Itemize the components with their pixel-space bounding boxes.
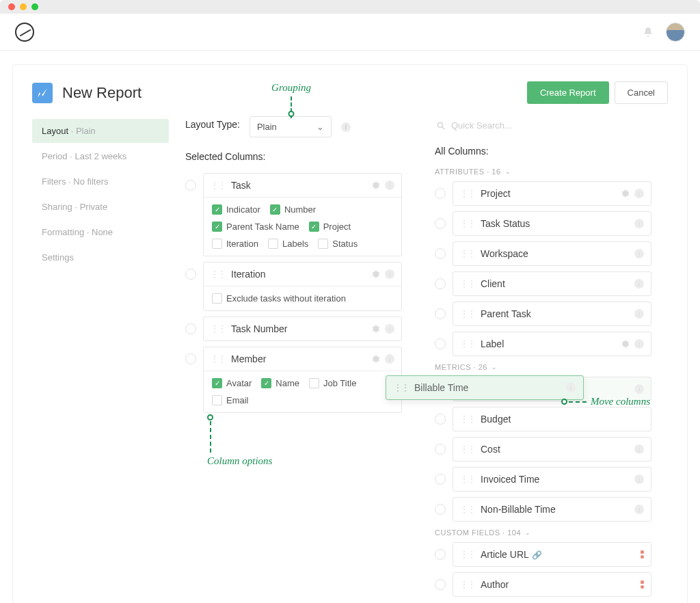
group-radio[interactable]	[435, 504, 446, 515]
selected-column-card[interactable]: ⋮⋮ Member i AvatarNameJob TitleEmail	[203, 347, 402, 413]
gear-icon[interactable]	[371, 269, 381, 279]
cancel-button[interactable]: Cancel	[615, 81, 668, 104]
group-radio[interactable]	[435, 474, 446, 485]
drag-handle[interactable]: ⋮⋮	[211, 269, 226, 279]
option-checkbox[interactable]: Email	[212, 395, 249, 405]
quick-search-input[interactable]	[451, 120, 650, 131]
available-column-card[interactable]: ⋮⋮ Task Status i	[453, 211, 651, 236]
drag-handle[interactable]: ⋮⋮	[211, 180, 226, 190]
group-radio[interactable]	[435, 549, 446, 560]
info-icon[interactable]: i	[634, 309, 644, 319]
option-checkbox[interactable]: Exclude tasks without iteration	[212, 293, 346, 304]
option-checkbox[interactable]: Avatar	[212, 378, 252, 388]
drag-handle[interactable]: ⋮⋮	[460, 279, 475, 289]
group-radio[interactable]	[185, 269, 196, 280]
gear-icon[interactable]	[371, 180, 381, 190]
drag-handle[interactable]: ⋮⋮	[460, 339, 475, 349]
user-avatar[interactable]	[666, 23, 685, 42]
group-radio[interactable]	[435, 579, 446, 590]
info-icon[interactable]: i	[634, 384, 644, 394]
available-column-card[interactable]: ⋮⋮ Client i	[453, 271, 651, 296]
available-column-card[interactable]: ⋮⋮ Budget	[453, 407, 651, 431]
zoom-dot[interactable]	[31, 3, 38, 10]
gear-icon[interactable]	[371, 354, 381, 364]
notifications-icon[interactable]	[643, 27, 654, 38]
drag-handle[interactable]: ⋮⋮	[460, 384, 475, 394]
option-checkbox[interactable]: Name	[261, 378, 299, 388]
drag-handle[interactable]: ⋮⋮	[460, 309, 475, 319]
column-group-header[interactable]: METRICS · 26 ⌄	[435, 363, 651, 371]
group-radio[interactable]	[185, 353, 196, 364]
group-radio[interactable]	[435, 188, 446, 199]
group-radio[interactable]	[435, 218, 446, 229]
info-icon[interactable]: i	[634, 505, 644, 514]
info-icon[interactable]: i	[385, 354, 394, 364]
option-checkbox[interactable]: Indicator	[212, 204, 260, 215]
info-icon[interactable]: i	[385, 324, 394, 334]
drag-handle[interactable]: ⋮⋮	[460, 444, 475, 454]
sidebar-item-settings[interactable]: Settings	[32, 245, 169, 269]
drag-handle[interactable]: ⋮⋮	[460, 505, 475, 514]
selected-column-card[interactable]: ⋮⋮ Task i IndicatorNumberParent Task Nam…	[203, 173, 402, 256]
sidebar-item-sharing[interactable]: Sharing · Private	[32, 195, 169, 219]
available-column-card[interactable]: ⋮⋮ Cost i	[453, 437, 651, 461]
drag-handle[interactable]: ⋮⋮	[460, 219, 475, 228]
column-group-header[interactable]: ATTRIBUTES · 16 ⌄	[435, 168, 651, 176]
option-checkbox[interactable]: Parent Task Name	[212, 222, 299, 232]
sidebar-item-period[interactable]: Period · Last 2 weeks	[32, 144, 169, 168]
group-radio[interactable]	[435, 444, 446, 455]
info-icon[interactable]: i	[634, 339, 644, 349]
column-group-header[interactable]: CUSTOM FIELDS · 104 ⌄	[435, 528, 651, 537]
drag-handle[interactable]: ⋮⋮	[460, 189, 475, 198]
minimize-dot[interactable]	[20, 3, 27, 10]
drag-handle[interactable]: ⋮⋮	[460, 414, 475, 424]
sidebar-item-filters[interactable]: Filters · No filters	[32, 170, 169, 193]
info-icon[interactable]: i	[341, 122, 351, 132]
sidebar-item-layout[interactable]: Layout · Plain	[32, 119, 169, 143]
drag-handle[interactable]: ⋮⋮	[460, 580, 475, 589]
available-column-card[interactable]: ⋮⋮ Project i	[453, 181, 651, 206]
create-report-button[interactable]: Create Report	[527, 81, 609, 104]
drag-handle[interactable]: ⋮⋮	[460, 474, 475, 484]
available-column-card[interactable]: ⋮⋮ Invoiced Time i	[453, 467, 651, 492]
group-radio[interactable]	[185, 180, 196, 191]
drag-handle[interactable]: ⋮⋮	[460, 249, 475, 258]
drag-handle[interactable]: ⋮⋮	[460, 550, 475, 559]
info-icon[interactable]: i	[385, 180, 394, 190]
group-radio[interactable]	[185, 323, 196, 334]
available-column-card[interactable]: ⋮⋮ Workspace i	[453, 241, 651, 266]
option-checkbox[interactable]: Number	[270, 204, 316, 215]
group-radio[interactable]	[435, 338, 446, 349]
info-icon[interactable]: i	[634, 474, 644, 484]
group-radio[interactable]	[435, 248, 446, 259]
option-checkbox[interactable]: Job Title	[309, 378, 356, 388]
available-column-card[interactable]: ⋮⋮ Article URL🔗	[453, 542, 651, 567]
info-icon[interactable]: i	[634, 279, 644, 289]
option-checkbox[interactable]: Labels	[268, 239, 308, 249]
info-icon[interactable]: i	[634, 249, 644, 258]
available-column-card[interactable]: ⋮⋮ Parent Task i	[453, 302, 651, 326]
info-icon[interactable]: i	[634, 444, 644, 454]
option-checkbox[interactable]: Iteration	[212, 239, 258, 249]
option-checkbox[interactable]: Status	[318, 239, 358, 249]
sidebar-item-formatting[interactable]: Formatting · None	[32, 220, 169, 244]
gear-icon[interactable]	[371, 324, 381, 334]
selected-column-card[interactable]: ⋮⋮ Task Number i	[203, 317, 402, 341]
drag-handle[interactable]: ⋮⋮	[211, 324, 226, 334]
group-radio[interactable]	[435, 384, 446, 394]
app-logo[interactable]	[15, 23, 34, 42]
group-radio[interactable]	[435, 414, 446, 425]
info-icon[interactable]: i	[634, 219, 644, 228]
close-dot[interactable]	[8, 3, 15, 10]
available-column-card[interactable]: ⋮⋮ Billable Time i	[453, 377, 651, 401]
gear-icon[interactable]	[621, 189, 630, 198]
drag-handle[interactable]: ⋮⋮	[211, 354, 226, 364]
selected-column-card[interactable]: ⋮⋮ Iteration i Exclude tasks without ite…	[203, 262, 402, 311]
group-radio[interactable]	[435, 278, 446, 289]
info-icon[interactable]: i	[385, 269, 394, 279]
group-radio[interactable]	[435, 308, 446, 319]
layout-type-select[interactable]: Plain ⌄	[250, 116, 332, 137]
available-column-card[interactable]: ⋮⋮ Label i	[453, 332, 651, 356]
available-column-card[interactable]: ⋮⋮ Author	[453, 572, 651, 597]
info-icon[interactable]: i	[634, 189, 644, 198]
